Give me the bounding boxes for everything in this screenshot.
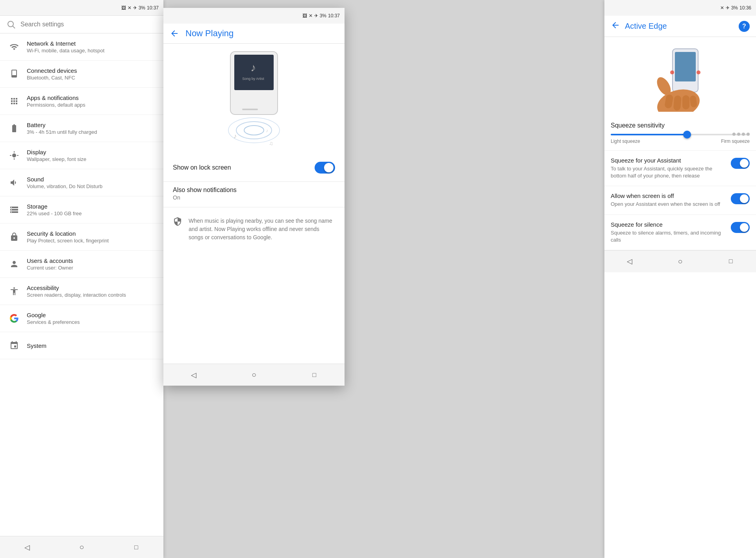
- squeeze-slider-container[interactable]: Light squeeze Firm squeeze: [611, 134, 750, 147]
- active-edge-left: Active Edge: [611, 20, 667, 32]
- settings-panel: 🖼 ✕ ✈ 3% 10:37 Network & Internet Wi-Fi,…: [0, 0, 163, 558]
- accessibility-text: Accessibility Screen readers, display, i…: [27, 285, 126, 298]
- lock-screen-toggle-row[interactable]: Show on lock screen: [163, 154, 345, 182]
- battery-subtitle: 3% - 4h 51m until fully charged: [27, 129, 97, 135]
- mid-back-button[interactable]: ◁: [184, 366, 203, 384]
- battery-text-block: Battery 3% - 4h 51m until fully charged: [27, 122, 97, 135]
- connected-title: Connected devices: [27, 67, 77, 74]
- lock-icon: [6, 229, 22, 245]
- sidebar-item-network[interactable]: Network & Internet Wi-Fi, mobile, data u…: [0, 33, 163, 61]
- search-bar[interactable]: [0, 16, 163, 33]
- recents-icon: □: [134, 544, 138, 551]
- help-button[interactable]: ?: [739, 21, 750, 32]
- security-subtitle: Play Protect, screen lock, fingerprint: [27, 238, 109, 244]
- right-time-display: 10:36: [739, 5, 751, 11]
- google-icon: [6, 310, 22, 326]
- settings-list: Network & Internet Wi-Fi, mobile, data u…: [0, 33, 163, 536]
- users-title: Users & accounts: [27, 257, 73, 264]
- home-button[interactable]: ○: [72, 538, 91, 557]
- sidebar-item-battery[interactable]: Battery 3% - 4h 51m until fully charged: [0, 115, 163, 142]
- security-text: Security & location Play Protect, screen…: [27, 230, 109, 244]
- svg-text:♪: ♪: [233, 133, 237, 139]
- svg-point-20: [670, 70, 674, 74]
- lock-screen-toggle[interactable]: [315, 162, 335, 174]
- battery-text: 3%: [139, 5, 145, 11]
- apps-subtitle: Permissions, default apps: [27, 102, 85, 108]
- search-input[interactable]: [20, 21, 157, 28]
- display-title: Display: [27, 149, 86, 155]
- sidebar-item-users[interactable]: Users & accounts Current user: Owner: [0, 251, 163, 278]
- sidebar-item-apps[interactable]: Apps & notifications Permissions, defaul…: [0, 88, 163, 115]
- squeeze-silence-desc: Squeeze to silence alarms, timers, and i…: [611, 229, 726, 244]
- back-button[interactable]: ◁: [18, 538, 37, 557]
- sidebar-item-display[interactable]: Display Wallpaper, sleep, font size: [0, 142, 163, 169]
- active-edge-title: Active Edge: [625, 22, 667, 31]
- slider-dot-3: [742, 133, 745, 136]
- squeeze-silence-text: Squeeze for silence Squeeze to silence a…: [611, 221, 726, 244]
- time-display: 10:37: [147, 5, 159, 11]
- mid-home-icon: ○: [252, 370, 256, 379]
- mid-image-icon: 🖼: [302, 13, 307, 18]
- sidebar-item-security[interactable]: Security & location Play Protect, screen…: [0, 224, 163, 251]
- users-text: Users & accounts Current user: Owner: [27, 257, 73, 271]
- google-subtitle: Services & preferences: [27, 319, 80, 325]
- storage-icon: [6, 202, 22, 218]
- allow-screen-off-title: Allow when screen is off: [611, 192, 726, 199]
- right-nav-bar: ◁ ○ □: [604, 250, 756, 272]
- squeeze-assistant-toggle[interactable]: [731, 158, 750, 169]
- network-subtitle: Wi-Fi, mobile, data usage, hotspot: [27, 48, 104, 54]
- right-recents-button[interactable]: □: [721, 252, 740, 271]
- connected-subtitle: Bluetooth, Cast, NFC: [27, 75, 77, 81]
- right-home-button[interactable]: ○: [671, 252, 689, 271]
- sidebar-item-google[interactable]: Google Services & preferences: [0, 305, 163, 332]
- slider-dots: [732, 133, 750, 136]
- mid-recents-button[interactable]: □: [305, 366, 324, 384]
- sidebar-item-sound[interactable]: Sound Volume, vibration, Do Not Disturb: [0, 169, 163, 196]
- mid-time-display: 10:37: [328, 13, 340, 18]
- slider-thumb[interactable]: [683, 131, 691, 139]
- wifi-icon: [6, 39, 22, 55]
- sidebar-item-connected[interactable]: Connected devices Bluetooth, Cast, NFC: [0, 61, 163, 88]
- svg-text:♪: ♪: [266, 128, 268, 133]
- accessibility-icon: [6, 283, 22, 299]
- slider-dot-2: [737, 133, 740, 136]
- right-back-button[interactable]: [611, 20, 620, 32]
- middle-nav-bar: ◁ ○ □: [163, 364, 345, 386]
- storage-title: Storage: [27, 203, 82, 210]
- svg-text:♪: ♪: [250, 61, 256, 74]
- back-arrow-button[interactable]: [170, 29, 179, 38]
- right-status-bar: ✕ ✈ 3% 10:36: [604, 0, 756, 16]
- squeeze-silence-row[interactable]: Squeeze for silence Squeeze to silence a…: [604, 215, 756, 250]
- mid-home-button[interactable]: ○: [245, 366, 263, 384]
- system-title: System: [27, 342, 46, 349]
- allow-screen-off-row[interactable]: Allow when screen is off Open your Assis…: [604, 186, 756, 214]
- sidebar-item-system[interactable]: System: [0, 332, 163, 359]
- display-text: Display Wallpaper, sleep, font size: [27, 149, 86, 162]
- slider-dot-4: [747, 133, 750, 136]
- squeeze-assistant-row[interactable]: Squeeze for your Assistant To talk to yo…: [604, 151, 756, 186]
- recents-button[interactable]: □: [127, 538, 146, 557]
- sidebar-item-storage[interactable]: Storage 22% used - 100 GB free: [0, 196, 163, 224]
- storage-text: Storage 22% used - 100 GB free: [27, 203, 82, 216]
- right-status-icons: ✕ ✈ 3% 10:36: [720, 5, 751, 11]
- mid-signal-icon: ✕: [309, 13, 313, 18]
- mid-back-icon: ◁: [191, 371, 196, 379]
- now-playing-panel: 🖼 ✕ ✈ 3% 10:37 Now Playing ♪ Song by Art…: [163, 8, 345, 386]
- person-icon: [6, 256, 22, 272]
- squeeze-silence-toggle[interactable]: [731, 222, 750, 233]
- notifications-toggle-row[interactable]: Also show notifications On: [163, 182, 345, 207]
- right-back-nav-button[interactable]: ◁: [620, 252, 639, 271]
- slider-track[interactable]: [611, 134, 750, 135]
- svg-point-6: [244, 126, 264, 135]
- light-squeeze-label: Light squeeze: [611, 139, 640, 144]
- sound-subtitle: Volume, vibration, Do Not Disturb: [27, 183, 102, 189]
- sidebar-item-accessibility[interactable]: Accessibility Screen readers, display, i…: [0, 278, 163, 305]
- brightness-icon: [6, 148, 22, 163]
- security-title: Security & location: [27, 230, 109, 237]
- allow-screen-off-toggle[interactable]: [731, 193, 750, 204]
- now-playing-illustration: ♪ Song by Artist ♪ ♫ ♪: [163, 44, 345, 154]
- svg-text:♫: ♫: [269, 140, 273, 146]
- slider-fill: [611, 134, 687, 135]
- right-signal-icon: ✕: [720, 5, 724, 11]
- now-playing-header: Now Playing: [163, 24, 345, 44]
